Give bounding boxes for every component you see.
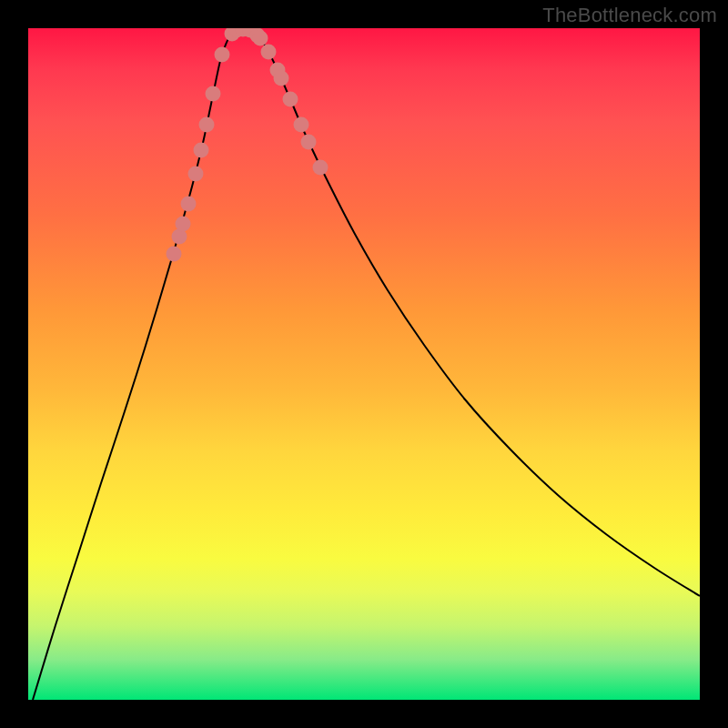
data-point-marker [176, 217, 191, 232]
data-point-marker [301, 135, 317, 150]
data-point-markers [167, 28, 329, 262]
performance-curve [33, 29, 700, 700]
chart-plot-area [28, 28, 700, 700]
data-point-marker [206, 86, 221, 102]
data-point-marker [294, 117, 309, 133]
data-point-marker [261, 45, 277, 60]
data-point-marker [313, 160, 329, 176]
data-point-marker [199, 117, 215, 133]
data-point-marker [283, 92, 298, 107]
data-point-marker [274, 71, 289, 86]
bottleneck-curve-chart [28, 28, 700, 700]
data-point-marker [181, 197, 197, 212]
data-point-marker [167, 247, 182, 262]
data-point-marker [188, 167, 204, 182]
data-point-marker [253, 31, 268, 46]
data-point-marker [215, 47, 230, 63]
watermark-text: TheBottleneck.com [542, 4, 717, 27]
data-point-marker [194, 143, 209, 158]
